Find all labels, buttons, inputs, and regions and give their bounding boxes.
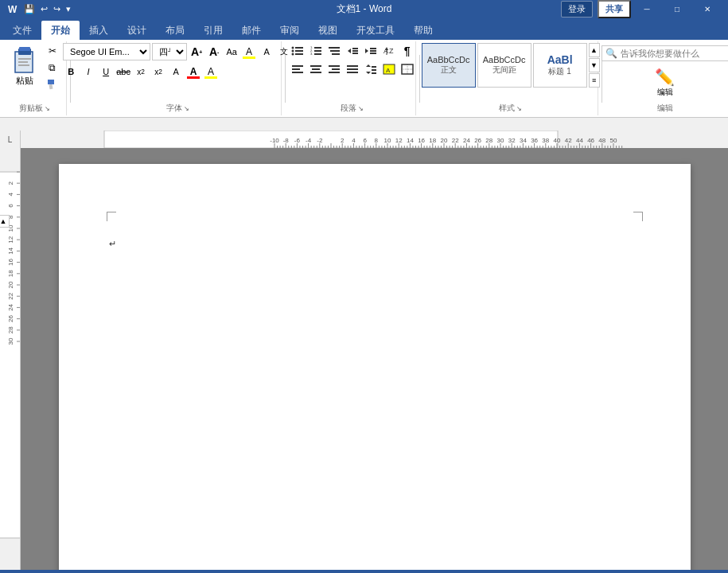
- copy-button[interactable]: ⧉: [43, 60, 62, 76]
- style-normal[interactable]: AaBbCcDc 正文: [422, 43, 476, 88]
- redo-quick-btn[interactable]: ↪: [52, 4, 62, 14]
- font-grow-button[interactable]: A+: [189, 44, 204, 60]
- editing-content: 🔍 ✏️ 编辑: [601, 43, 728, 101]
- tab-file[interactable]: 文件: [3, 21, 41, 40]
- font-family-select[interactable]: Segoe UI Em...: [63, 43, 150, 60]
- strikethrough-button[interactable]: abc: [115, 64, 131, 80]
- tab-home[interactable]: 开始: [41, 21, 80, 40]
- restore-button[interactable]: □: [663, 0, 691, 18]
- search-wrapper: 🔍: [601, 45, 728, 61]
- font-size-select[interactable]: 四号: [152, 43, 187, 60]
- svg-text:3.: 3.: [310, 52, 313, 56]
- document-area[interactable]: ↵: [21, 148, 728, 570]
- subscript-button[interactable]: x2: [133, 64, 149, 80]
- font-expand-icon[interactable]: ↘: [184, 105, 189, 112]
- style-scroll-up[interactable]: ▲: [589, 43, 600, 57]
- clipboard-label: 剪贴板 ↘: [8, 103, 61, 114]
- para-row-2: A: [289, 61, 416, 77]
- decrease-indent-button[interactable]: [344, 43, 361, 59]
- svg-rect-21: [314, 53, 321, 55]
- bold-button[interactable]: B: [63, 64, 79, 80]
- multilevel-list-button[interactable]: [325, 43, 343, 59]
- sort-button[interactable]: A Z: [380, 43, 398, 59]
- svg-rect-5: [18, 58, 31, 60]
- svg-rect-53: [372, 72, 376, 74]
- paste-icon: [11, 45, 38, 75]
- svg-rect-19: [314, 50, 321, 52]
- quick-access-toolbar: 💾 ↩ ↪ ▾: [22, 4, 72, 14]
- style-heading1-preview: AaBl: [547, 53, 573, 66]
- style-scroll-more[interactable]: ≡: [589, 73, 600, 88]
- svg-rect-46: [347, 65, 358, 67]
- paste-button[interactable]: 粘贴: [8, 43, 41, 88]
- align-right-button[interactable]: [325, 61, 343, 77]
- search-input[interactable]: [621, 49, 724, 58]
- clear-format-button[interactable]: A: [168, 64, 184, 80]
- superscript-button[interactable]: x2: [150, 64, 166, 80]
- align-left-button[interactable]: [289, 61, 306, 77]
- shading-button[interactable]: A: [380, 61, 398, 77]
- bullets-button[interactable]: [289, 43, 306, 59]
- tab-mailings[interactable]: 邮件: [232, 21, 271, 40]
- save-quick-btn[interactable]: 💾: [22, 4, 37, 14]
- ribbon-collapse-button[interactable]: ▲: [0, 215, 10, 228]
- svg-rect-48: [347, 72, 358, 73]
- numbering-button[interactable]: 1. 2. 3.: [307, 43, 325, 59]
- svg-text:W: W: [8, 4, 18, 15]
- tab-design[interactable]: 设计: [118, 21, 156, 40]
- justify-button[interactable]: [344, 61, 361, 77]
- italic-button[interactable]: I: [80, 64, 96, 80]
- tab-insert[interactable]: 插入: [80, 21, 118, 40]
- tab-references[interactable]: 引用: [194, 21, 232, 40]
- svg-rect-43: [329, 65, 340, 67]
- paragraph-expand-icon[interactable]: ↘: [358, 105, 364, 112]
- tab-layout[interactable]: 布局: [156, 21, 194, 40]
- clipboard-content: 粘贴 ✂ ⧉: [8, 43, 62, 101]
- customize-quick-btn[interactable]: ▾: [64, 4, 72, 14]
- editing-button[interactable]: ✏️ 编辑: [648, 66, 681, 99]
- underline-button[interactable]: U: [98, 64, 114, 80]
- tab-view[interactable]: 视图: [309, 21, 347, 40]
- show-hide-button[interactable]: ¶: [399, 43, 416, 59]
- styles-content: AaBbCcDc 正文 AaBbCcDc 无间距 AaBl 标题 1 ▲ ▼ ≡: [422, 43, 600, 101]
- line-spacing-button[interactable]: [362, 61, 380, 77]
- style-scroll-down[interactable]: ▼: [589, 58, 600, 72]
- tab-developer[interactable]: 开发工具: [347, 21, 404, 40]
- svg-rect-15: [295, 53, 303, 55]
- svg-rect-11: [295, 47, 303, 49]
- svg-rect-26: [352, 48, 358, 49]
- close-button[interactable]: ✕: [693, 0, 722, 18]
- increase-indent-button[interactable]: [362, 43, 380, 59]
- tab-help[interactable]: 帮助: [404, 21, 442, 40]
- share-button[interactable]: 共享: [598, 0, 631, 18]
- format-painter-button[interactable]: [43, 76, 62, 92]
- document-page[interactable]: ↵: [59, 164, 691, 570]
- clipboard-expand-icon[interactable]: ↘: [45, 105, 50, 112]
- minimize-button[interactable]: ─: [633, 0, 661, 18]
- font-shrink-button[interactable]: A-: [206, 44, 222, 60]
- align-center-button[interactable]: [307, 61, 325, 77]
- borders-button[interactable]: [399, 61, 416, 77]
- style-heading1[interactable]: AaBl 标题 1: [533, 43, 587, 88]
- search-icon: 🔍: [605, 48, 617, 59]
- text-effects-button[interactable]: A: [259, 44, 274, 60]
- paragraph-mark: ↵: [109, 239, 116, 249]
- cut-button[interactable]: ✂: [43, 43, 62, 59]
- change-case-button[interactable]: Aa: [224, 44, 239, 60]
- svg-marker-49: [366, 64, 371, 67]
- ruler-corner[interactable]: L: [0, 131, 21, 148]
- font-shading-button[interactable]: A: [203, 64, 219, 80]
- svg-rect-27: [352, 50, 358, 52]
- tab-review[interactable]: 审阅: [271, 21, 309, 40]
- highlight-text-button[interactable]: A: [241, 44, 257, 60]
- login-button[interactable]: 登录: [561, 1, 593, 18]
- styles-expand-icon[interactable]: ↘: [516, 105, 522, 112]
- main-area: ↵: [0, 148, 728, 570]
- undo-quick-btn[interactable]: ↩: [39, 4, 49, 14]
- svg-text:A: A: [386, 67, 391, 74]
- svg-rect-17: [314, 47, 321, 49]
- svg-rect-47: [347, 68, 358, 70]
- font-content: Segoe UI Em... 四号 A+ A- Aa A A 文 B I U: [63, 43, 292, 101]
- font-color-button[interactable]: A: [185, 64, 201, 80]
- style-no-spacing[interactable]: AaBbCcDc 无间距: [477, 43, 531, 88]
